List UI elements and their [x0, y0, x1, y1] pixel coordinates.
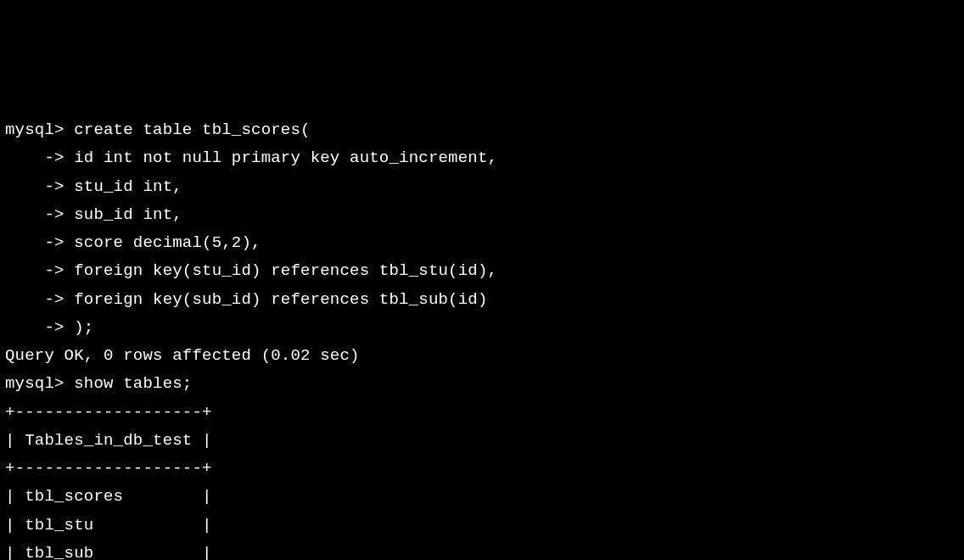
terminal-line: -> sub_id int, [5, 201, 959, 229]
terminal-line: -> score decimal(5,2), [5, 229, 959, 257]
terminal-line: | tbl_sub | [5, 540, 959, 560]
terminal-output[interactable]: mysql> create table tbl_scores( -> id in… [5, 116, 959, 560]
terminal-line: mysql> show tables; [5, 370, 959, 398]
terminal-line: -> foreign key(sub_id) references tbl_su… [5, 286, 959, 314]
terminal-line: -> id int not null primary key auto_incr… [5, 144, 959, 172]
terminal-line: -> stu_id int, [5, 173, 959, 201]
terminal-line: -> foreign key(stu_id) references tbl_st… [5, 257, 959, 285]
terminal-line: | Tables_in_db_test | [5, 427, 959, 455]
terminal-line: Query OK, 0 rows affected (0.02 sec) [5, 342, 959, 370]
terminal-line: | tbl_scores | [5, 483, 959, 511]
terminal-line: mysql> create table tbl_scores( [5, 116, 959, 144]
terminal-line: +-------------------+ [5, 399, 959, 427]
terminal-line: | tbl_stu | [5, 512, 959, 540]
terminal-line: -> ); [5, 314, 959, 342]
terminal-line: +-------------------+ [5, 455, 959, 483]
